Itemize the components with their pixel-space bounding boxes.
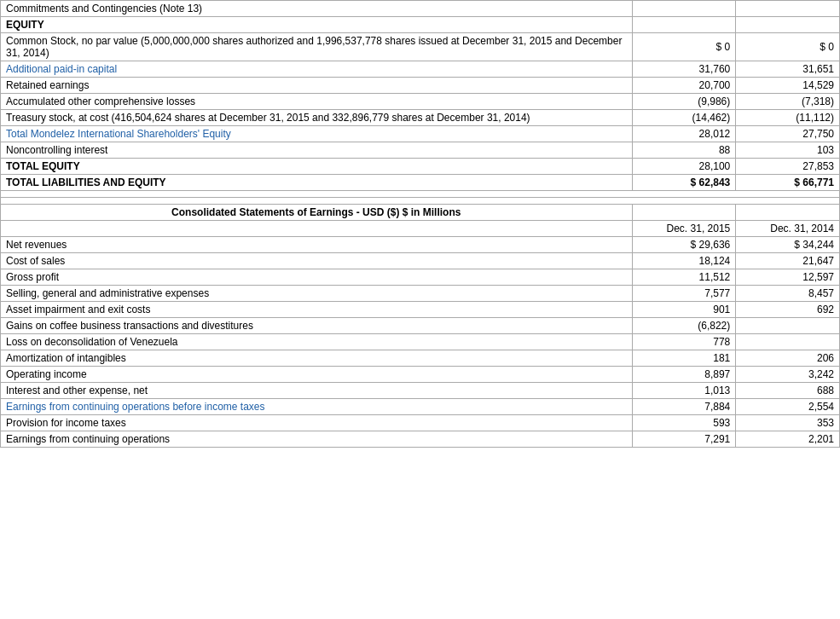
- row-val2: 14,529: [736, 78, 840, 94]
- row-val1: 28,012: [632, 126, 736, 142]
- row-val1: 88: [632, 142, 736, 159]
- equity-header-row: EQUITY: [1, 17, 840, 33]
- row-val2: 12,597: [736, 269, 840, 286]
- row-label: Loss on deconsolidation of Venezuela: [1, 334, 633, 350]
- section-header-val1: [632, 205, 736, 221]
- table-row: Noncontrolling interest 88 103: [1, 142, 840, 159]
- row-val1: (9,986): [632, 94, 736, 110]
- commitments-val2: [736, 1, 840, 17]
- row-val2: $ 66,771: [736, 175, 840, 191]
- financial-table: Commitments and Contingencies (Note 13) …: [0, 0, 840, 448]
- row-label: Total Mondelez International Shareholder…: [1, 126, 633, 142]
- table-row: Net revenues $ 29,636 $ 34,244: [1, 237, 840, 253]
- spacer-row: [1, 191, 840, 198]
- table-row: Asset impairment and exit costs 901 692: [1, 302, 840, 318]
- earnings-continuing-label: Earnings from continuing operations: [1, 431, 633, 448]
- row-val2: $ 34,244: [736, 237, 840, 253]
- row-label: Accumulated other comprehensive losses: [1, 94, 633, 110]
- row-val2: 8,457: [736, 286, 840, 302]
- row-val2: [736, 334, 840, 350]
- row-val1: $ 0: [632, 33, 736, 61]
- table-row: Loss on deconsolidation of Venezuela 778: [1, 334, 840, 350]
- spacer-cell: [1, 191, 840, 198]
- row-val2: 27,750: [736, 126, 840, 142]
- table-row: Common Stock, no par value (5,000,000,00…: [1, 33, 840, 61]
- spacer-cell: [1, 198, 840, 205]
- row-label: Treasury stock, at cost (416,504,624 sha…: [1, 110, 633, 126]
- row-val2: 103: [736, 142, 840, 159]
- row-val2: (11,112): [736, 110, 840, 126]
- row-val1: (6,822): [632, 318, 736, 334]
- row-val1: 593: [632, 415, 736, 431]
- spacer-row: [1, 198, 840, 205]
- section-header-val2: [736, 205, 840, 221]
- row-label: TOTAL EQUITY: [1, 159, 633, 175]
- equity-header-val2: [736, 17, 840, 33]
- table-row: Interest and other expense, net 1,013 68…: [1, 383, 840, 399]
- commitments-title-row: Commitments and Contingencies (Note 13): [1, 1, 840, 17]
- row-label: Selling, general and administrative expe…: [1, 286, 633, 302]
- table-row: Retained earnings 20,700 14,529: [1, 78, 840, 94]
- row-val1: 18,124: [632, 253, 736, 269]
- row-val2: 688: [736, 383, 840, 399]
- row-val1: 7,291: [632, 431, 736, 448]
- row-val1: 901: [632, 302, 736, 318]
- table-row: Gross profit 11,512 12,597: [1, 269, 840, 286]
- row-label: TOTAL LIABILITIES AND EQUITY: [1, 175, 633, 191]
- commitments-label: Commitments and Contingencies (Note 13): [1, 1, 633, 17]
- row-label: Asset impairment and exit costs: [1, 302, 633, 318]
- row-label: Noncontrolling interest: [1, 142, 633, 159]
- commitments-val1: [632, 1, 736, 17]
- row-val1: 28,100: [632, 159, 736, 175]
- column-header-row: Dec. 31, 2015 Dec. 31, 2014: [1, 221, 840, 237]
- table-row: TOTAL LIABILITIES AND EQUITY $ 62,843 $ …: [1, 175, 840, 191]
- row-val2: [736, 318, 840, 334]
- row-label: Retained earnings: [1, 78, 633, 94]
- table-row: Earnings from continuing operations 7,29…: [1, 431, 840, 448]
- page: Commitments and Contingencies (Note 13) …: [0, 0, 840, 619]
- row-val1: 8,897: [632, 367, 736, 383]
- row-val1: 1,013: [632, 383, 736, 399]
- row-label: Amortization of intangibles: [1, 350, 633, 367]
- table-row: Additional paid-in capital 31,760 31,651: [1, 61, 840, 78]
- row-val2: 31,651: [736, 61, 840, 78]
- row-val1: 31,760: [632, 61, 736, 78]
- table-row: Cost of sales 18,124 21,647: [1, 253, 840, 269]
- row-label: Provision for income taxes: [1, 415, 633, 431]
- row-val1: 20,700: [632, 78, 736, 94]
- row-val2: $ 0: [736, 33, 840, 61]
- table-row: Operating income 8,897 3,242: [1, 367, 840, 383]
- row-val1: 7,577: [632, 286, 736, 302]
- equity-header-label: EQUITY: [1, 17, 633, 33]
- row-label: Gross profit: [1, 269, 633, 286]
- row-val2: 2,201: [736, 431, 840, 448]
- row-val1: 778: [632, 334, 736, 350]
- row-val1: (14,462): [632, 110, 736, 126]
- table-row: Earnings from continuing operations befo…: [1, 399, 840, 415]
- row-val1: $ 62,843: [632, 175, 736, 191]
- row-label: Cost of sales: [1, 253, 633, 269]
- section-title: Consolidated Statements of Earnings - US…: [1, 205, 633, 221]
- row-label: Common Stock, no par value (5,000,000,00…: [1, 33, 633, 61]
- row-label: Additional paid-in capital: [1, 61, 633, 78]
- row-val2: 2,554: [736, 399, 840, 415]
- row-label: Interest and other expense, net: [1, 383, 633, 399]
- row-val2: 353: [736, 415, 840, 431]
- row-label: Net revenues: [1, 237, 633, 253]
- equity-header-val1: [632, 17, 736, 33]
- table-row: TOTAL EQUITY 28,100 27,853: [1, 159, 840, 175]
- row-val1: 11,512: [632, 269, 736, 286]
- table-row: Amortization of intangibles 181 206: [1, 350, 840, 367]
- row-val2: 27,853: [736, 159, 840, 175]
- row-label: Gains on coffee business transactions an…: [1, 318, 633, 334]
- row-val2: 692: [736, 302, 840, 318]
- row-val1: $ 29,636: [632, 237, 736, 253]
- col-header-label: [1, 221, 633, 237]
- row-label: Operating income: [1, 367, 633, 383]
- row-val1: 181: [632, 350, 736, 367]
- row-val1: 7,884: [632, 399, 736, 415]
- row-val2: 206: [736, 350, 840, 367]
- table-row: Total Mondelez International Shareholder…: [1, 126, 840, 142]
- table-row: Gains on coffee business transactions an…: [1, 318, 840, 334]
- row-val2: (7,318): [736, 94, 840, 110]
